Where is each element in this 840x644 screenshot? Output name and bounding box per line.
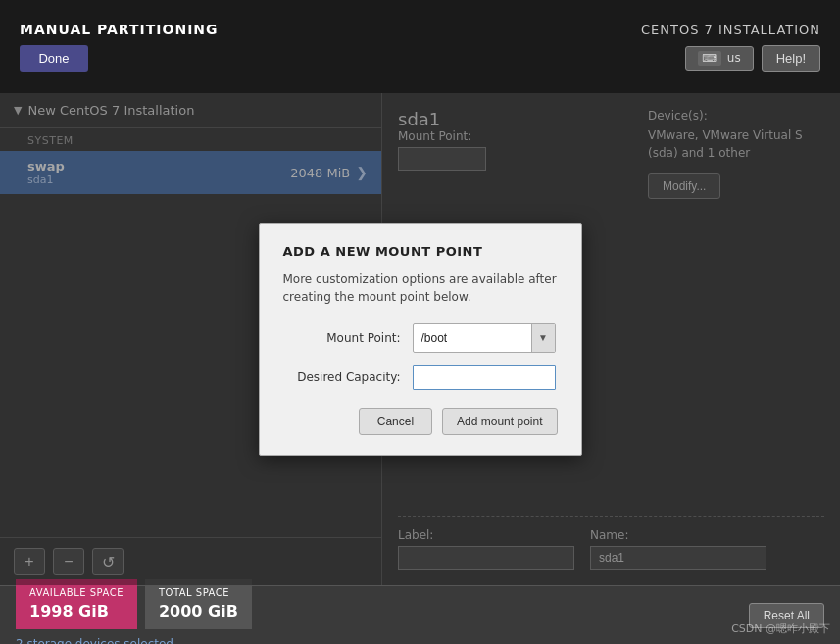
help-button[interactable]: Help!: [762, 45, 820, 72]
total-label: TOTAL SPACE: [159, 585, 238, 600]
total-value: 2000 GiB: [159, 600, 238, 623]
available-label: AVAILABLE SPACE: [29, 585, 124, 600]
keyboard-lang: us: [727, 51, 741, 65]
storage-devices-link[interactable]: 2 storage devices selected: [16, 637, 173, 644]
top-right-controls: ⌨ us Help!: [685, 45, 820, 72]
available-value: 1998 GiB: [29, 600, 124, 623]
top-left-section: MANUAL PARTITIONING Done: [20, 22, 219, 72]
modal-title: ADD A NEW MOUNT POINT: [283, 244, 558, 259]
add-mount-point-button[interactable]: Add mount point: [442, 408, 557, 435]
modal-dialog: ADD A NEW MOUNT POINT More customization…: [259, 223, 582, 456]
storage-info: AVAILABLE SPACE 1998 GiB TOTAL SPACE 200…: [16, 579, 252, 629]
modal-form: Mount Point: /boot / /home /var /tmp swa…: [283, 323, 558, 390]
mount-point-select-wrapper[interactable]: /boot / /home /var /tmp swap ▼: [413, 323, 556, 353]
desired-capacity-row: Desired Capacity:: [283, 365, 558, 390]
mount-point-select[interactable]: /boot / /home /var /tmp swap: [414, 326, 531, 350]
cancel-button[interactable]: Cancel: [359, 408, 432, 435]
bottom-left-group: AVAILABLE SPACE 1998 GiB TOTAL SPACE 200…: [16, 579, 252, 644]
modal-buttons: Cancel Add mount point: [283, 408, 558, 435]
select-arrow-button[interactable]: ▼: [531, 324, 555, 352]
keyboard-indicator[interactable]: ⌨ us: [685, 46, 754, 71]
keyboard-icon: ⌨: [698, 51, 721, 66]
available-space-box: AVAILABLE SPACE 1998 GiB: [16, 579, 137, 629]
top-bar: MANUAL PARTITIONING Done CENTOS 7 INSTAL…: [0, 0, 840, 93]
done-button[interactable]: Done: [20, 45, 88, 72]
desired-capacity-input[interactable]: [413, 365, 556, 390]
total-space-box: TOTAL SPACE 2000 GiB: [145, 579, 252, 629]
top-right-section: CENTOS 7 INSTALLATION ⌨ us Help!: [641, 23, 820, 72]
bottom-bar: AVAILABLE SPACE 1998 GiB TOTAL SPACE 200…: [0, 585, 840, 644]
modal-mount-point-label: Mount Point:: [283, 331, 401, 345]
modal-desired-capacity-label: Desired Capacity:: [283, 371, 401, 384]
app-title: MANUAL PARTITIONING: [20, 22, 219, 37]
watermark: CSDN @嗯咋小殿下: [731, 621, 830, 636]
modal-overlay: ADD A NEW MOUNT POINT More customization…: [0, 93, 840, 585]
install-title: CENTOS 7 INSTALLATION: [641, 23, 820, 37]
mount-point-row: Mount Point: /boot / /home /var /tmp swa…: [283, 323, 558, 353]
modal-description: More customization options are available…: [283, 271, 558, 306]
